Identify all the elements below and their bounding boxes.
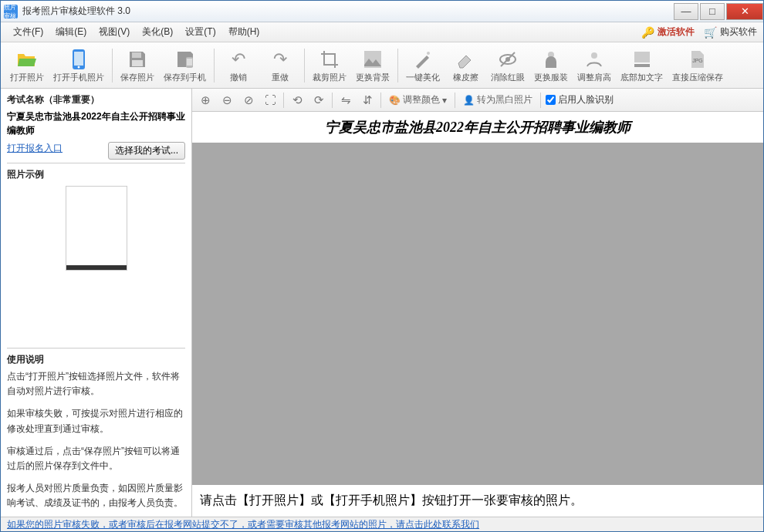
open-photo-button[interactable]: 打开照片 (5, 46, 49, 85)
eraser-icon (454, 48, 477, 71)
clothes-icon (539, 48, 563, 71)
undo-label: 撤销 (230, 72, 247, 83)
clothes-label: 更换服装 (534, 72, 568, 83)
statusbar: 如果您的照片审核失败，或者审核后在报考网站提交不了，或者需要审核其他报考网站的照… (1, 517, 763, 532)
save-icon (126, 48, 149, 71)
svg-rect-3 (132, 52, 141, 58)
toolbar-separator (112, 49, 113, 82)
face-detect-input[interactable] (546, 95, 556, 105)
to-bw-label: 转为黑白照片 (477, 93, 532, 106)
eraser-button[interactable]: 橡皮擦 (445, 46, 486, 85)
phone-icon (67, 48, 90, 71)
cart-icon: 🛒 (704, 26, 717, 39)
svg-text:JPG: JPG (692, 58, 703, 63)
example-label: 照片示例 (7, 168, 185, 181)
toolbar-separator (397, 49, 398, 82)
minimize-button[interactable]: — (674, 3, 698, 20)
eraser-label: 橡皮擦 (453, 72, 478, 83)
redo-label: 重做 (272, 72, 289, 83)
status-link[interactable]: 如果您的照片审核失败，或者审核后在报考网站提交不了，或者需要审核其他报考网站的照… (7, 518, 479, 531)
usage-label: 使用说明 (7, 353, 185, 366)
app-icon: 照片审核 (4, 5, 18, 19)
registration-link[interactable]: 打开报名入口 (7, 143, 63, 153)
flip-v-icon[interactable]: ⇵ (359, 92, 376, 109)
maximize-button[interactable]: □ (700, 3, 725, 20)
titlebar: 照片审核 报考照片审核处理软件 3.0 — □ ✕ (1, 1, 763, 22)
undo-icon: ↶ (227, 48, 250, 71)
undo-button[interactable]: ↶ 撤销 (218, 46, 259, 85)
face-detect-checkbox[interactable]: 启用人脸识别 (546, 93, 614, 106)
to-bw-button[interactable]: 👤 转为黑白照片 (460, 93, 536, 106)
window-title: 报考照片审核处理软件 3.0 (22, 5, 672, 18)
sub-separator (380, 93, 381, 108)
activate-link[interactable]: 🔑 激活软件 (641, 25, 695, 39)
toolbar-separator (214, 49, 215, 82)
fit-icon[interactable]: ⛶ (262, 92, 279, 109)
menu-settings[interactable]: 设置(T) (179, 24, 221, 40)
svg-point-2 (78, 66, 80, 68)
compress-label: 直接压缩保存 (672, 72, 723, 83)
svg-point-13 (591, 52, 597, 59)
redeye-button[interactable]: 消除红眼 (486, 46, 529, 85)
sub-toolbar: ⊕ ⊖ ⊘ ⛶ ⟲ ⟳ ⇋ ⇵ 🎨 调整颜色 ▾ 👤 转为黑白照片 (192, 89, 763, 112)
zoom-in-icon[interactable]: ⊕ (197, 92, 214, 109)
adjust-color-button[interactable]: 🎨 调整颜色 ▾ (386, 93, 450, 106)
crop-label: 裁剪照片 (313, 72, 347, 83)
buy-label: 购买软件 (720, 25, 757, 39)
svg-point-8 (427, 52, 430, 55)
key-icon: 🔑 (641, 26, 654, 39)
exam-name: 宁夏吴忠市盐池县2022年自主公开招聘事业编教师 (7, 109, 185, 137)
usage-text: 点击“打开照片”按钮选择照片文件，软件将自动对照片进行审核。 如果审核失败，可按… (7, 369, 185, 511)
open-phone-photo-button[interactable]: 打开手机照片 (49, 46, 109, 85)
menu-file[interactable]: 文件(F) (7, 24, 49, 40)
menu-help[interactable]: 帮助(H) (222, 24, 266, 40)
buy-link[interactable]: 🛒 购买软件 (704, 25, 757, 39)
activate-label: 激活软件 (658, 25, 695, 39)
select-exam-button[interactable]: 选择我的考试... (108, 142, 185, 160)
redeye-label: 消除红眼 (491, 72, 525, 83)
flip-h-icon[interactable]: ⇋ (337, 92, 354, 109)
toolbar-separator (304, 49, 305, 82)
save-photo-button[interactable]: 保存照片 (116, 46, 159, 85)
palette-icon: 🎨 (389, 95, 401, 106)
compress-button[interactable]: JPG 直接压缩保存 (668, 46, 728, 85)
sub-separator (332, 93, 333, 108)
save-phone-label: 保存到手机 (164, 72, 206, 83)
face-detect-label: 启用人脸识别 (558, 93, 614, 106)
zoom-out-icon[interactable]: ⊖ (218, 92, 235, 109)
zoom-reset-icon[interactable]: ⊘ (240, 92, 257, 109)
menubar: 文件(F) 编辑(E) 视图(V) 美化(B) 设置(T) 帮助(H) 🔑 激活… (1, 22, 763, 42)
redo-icon: ↷ (269, 48, 292, 71)
svg-rect-6 (187, 59, 192, 66)
open-photo-label: 打开照片 (10, 72, 44, 83)
sidebar-separator (7, 163, 185, 163)
sidebar: 考试名称（非常重要） 宁夏吴忠市盐池县2022年自主公开招聘事业编教师 打开报名… (1, 89, 192, 517)
rotate-left-icon[interactable]: ⟲ (289, 92, 306, 109)
redo-button[interactable]: ↷ 重做 (259, 46, 301, 85)
crop-icon (318, 48, 341, 71)
svg-rect-15 (634, 64, 650, 67)
close-button[interactable]: ✕ (726, 3, 763, 20)
canvas-hint: 请点击【打开照片】或【打开手机照片】按钮打开一张要审核的照片。 (192, 485, 763, 517)
wand-icon (411, 48, 434, 71)
svg-rect-4 (132, 60, 143, 66)
text-icon (630, 48, 654, 71)
adjust-color-label: 调整颜色 (403, 93, 440, 106)
shoulder-icon (583, 48, 606, 71)
text-button[interactable]: 底部加文字 (616, 46, 668, 85)
crop-button[interactable]: 裁剪照片 (308, 46, 351, 85)
sub-separator (455, 93, 455, 108)
menu-beautify[interactable]: 美化(B) (136, 24, 179, 40)
photo-example (66, 186, 127, 271)
menu-view[interactable]: 视图(V) (93, 24, 136, 40)
change-bg-button[interactable]: 更换背景 (351, 46, 394, 85)
rotate-right-icon[interactable]: ⟳ (310, 92, 327, 109)
save-to-phone-button[interactable]: 保存到手机 (159, 46, 211, 85)
main-area: ⊕ ⊖ ⊘ ⛶ ⟲ ⟳ ⇋ ⇵ 🎨 调整颜色 ▾ 👤 转为黑白照片 (192, 89, 763, 517)
one-click-button[interactable]: 一键美化 (401, 46, 445, 85)
clothes-button[interactable]: 更换服装 (529, 46, 573, 85)
one-click-label: 一键美化 (406, 72, 440, 83)
shoulder-button[interactable]: 调整肩高 (573, 46, 616, 85)
usage-p4: 报考人员对照片质量负责，如因照片质量影响考试、成绩及证书的，由报考人员负责。 (7, 481, 185, 510)
menu-edit[interactable]: 编辑(E) (49, 24, 93, 40)
